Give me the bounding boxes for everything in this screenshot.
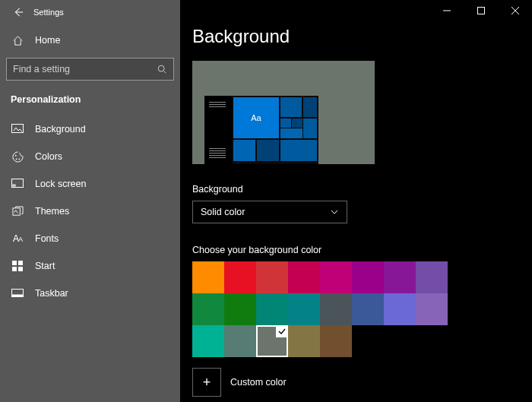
window-controls [429,0,532,21]
svg-rect-14 [477,8,484,14]
sidebar-item-background[interactable]: Background [0,116,180,143]
color-swatch[interactable] [288,325,320,357]
sidebar-item-themes[interactable]: Themes [0,198,180,225]
custom-color-label: Custom color [230,377,287,388]
search-icon [157,64,167,74]
settings-window: Settings Home Personalization Background [0,0,532,402]
sidebar: Settings Home Personalization Background [0,0,180,402]
palette-icon [11,151,24,163]
color-swatch[interactable] [192,261,224,293]
titlebar: Settings [0,0,180,24]
svg-point-0 [158,65,164,71]
home-label: Home [35,35,60,46]
svg-point-2 [14,154,16,156]
color-swatch[interactable] [320,325,352,357]
sidebar-item-label: Taskbar [35,288,68,299]
search-box[interactable] [6,58,174,81]
svg-rect-13 [12,295,24,297]
home-icon [11,35,24,46]
fonts-icon: AA [11,233,24,244]
color-swatch[interactable] [352,293,384,325]
svg-point-4 [18,158,20,160]
color-swatch[interactable] [256,261,288,293]
search-container [6,58,174,81]
sidebar-item-label: Themes [35,206,69,217]
preview-start-menu: Aa [204,96,318,164]
color-swatch[interactable] [256,325,288,357]
svg-point-3 [15,158,17,160]
sidebar-item-label: Background [35,124,86,135]
svg-rect-9 [18,261,23,265]
nav-list: Background Colors Lock screen Themes AA … [0,116,180,307]
sidebar-item-lock-screen[interactable]: Lock screen [0,170,180,198]
home-nav[interactable]: Home [0,27,180,53]
color-swatch[interactable] [192,293,224,325]
close-button[interactable] [498,0,532,21]
background-dropdown[interactable]: Solid color [192,201,347,223]
sidebar-item-label: Fonts [35,233,59,244]
category-label: Personalization [0,88,180,116]
svg-rect-8 [12,261,17,265]
choose-color-label: Choose your background color [192,245,532,255]
taskbar-icon [11,289,24,298]
svg-rect-11 [18,267,23,271]
plus-icon: + [203,375,211,391]
checkmark-icon [276,325,288,337]
color-swatch[interactable] [320,293,352,325]
window-title: Settings [33,8,64,17]
maximize-button[interactable] [464,0,498,21]
sidebar-item-taskbar[interactable]: Taskbar [0,280,180,307]
color-swatch[interactable] [192,325,224,357]
color-swatch[interactable] [384,293,416,325]
preview-sample-tile: Aa [233,97,279,138]
color-swatch-grid [192,261,448,357]
picture-icon [11,124,24,135]
sidebar-item-colors[interactable]: Colors [0,143,180,170]
content-area: Background Aa Background Solid color [180,0,532,402]
color-swatch[interactable] [224,325,256,357]
color-swatch[interactable] [352,261,384,293]
color-swatch[interactable] [320,261,352,293]
color-swatch[interactable] [416,293,448,325]
sidebar-item-start[interactable]: Start [0,252,180,280]
desktop-preview: Aa [192,61,375,164]
chevron-down-icon [330,207,339,217]
background-dropdown-value: Solid color [201,207,245,217]
color-swatch[interactable] [224,293,256,325]
custom-color-row[interactable]: + Custom color [192,368,532,397]
arrow-left-icon [13,7,24,17]
sidebar-item-label: Colors [35,151,62,162]
color-swatch[interactable] [288,293,320,325]
sidebar-item-label: Start [35,261,55,271]
sidebar-item-label: Lock screen [35,179,86,189]
minimize-icon [443,7,451,14]
color-swatch[interactable] [416,261,448,293]
svg-rect-6 [13,185,15,186]
custom-color-button[interactable]: + [192,368,221,397]
main-content: Background Aa Background Solid color [180,0,532,397]
close-icon [511,7,519,14]
start-icon [11,261,24,271]
color-swatch[interactable] [224,261,256,293]
color-swatch[interactable] [384,261,416,293]
lock-screen-icon [11,179,24,189]
svg-rect-10 [12,267,17,271]
back-button[interactable] [8,2,29,23]
minimize-button[interactable] [429,0,464,21]
page-title: Background [192,26,532,47]
search-input[interactable] [13,64,157,74]
themes-icon [11,206,24,217]
background-dropdown-label: Background [192,184,532,195]
color-swatch[interactable] [288,261,320,293]
color-swatch[interactable] [256,293,288,325]
maximize-icon [477,7,485,14]
sidebar-item-fonts[interactable]: AA Fonts [0,225,180,252]
